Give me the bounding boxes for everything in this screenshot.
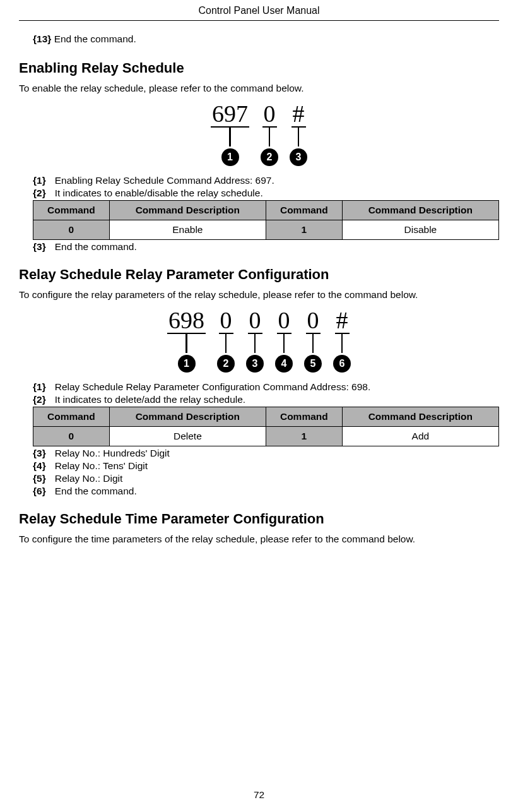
note-13: {13} End the command. — [19, 33, 499, 45]
def-text: Relay Schedule Relay Parameter Configura… — [55, 381, 371, 392]
diagram-number-icon: 1 — [178, 355, 196, 373]
diagram-value: # — [335, 308, 350, 334]
def-text: Relay No.: Tens' Digit — [55, 460, 148, 471]
diagram-stem — [269, 128, 271, 146]
section-intro-relay-parameter-config: To configure the relay parameters of the… — [19, 289, 499, 301]
diagram-number-icon: 5 — [304, 355, 322, 373]
def-line: {3}End the command. — [19, 241, 499, 253]
def-text: It indicates to delete/add the relay sch… — [55, 394, 245, 405]
diagram-stem — [254, 334, 256, 353]
table-header: Command Description — [342, 201, 498, 220]
diagram-stem — [229, 128, 231, 146]
table-cell: 1 — [266, 220, 342, 240]
diagram-value: 0 — [219, 308, 233, 334]
diagram-number-icon: 6 — [333, 355, 351, 373]
table-header: Command Description — [342, 407, 498, 427]
section-heading-relay-parameter-config: Relay Schedule Relay Parameter Configura… — [19, 266, 499, 283]
def-brace: {3} — [33, 448, 46, 458]
def-line: {2}It indicates to enable/disable the re… — [19, 188, 499, 199]
note-13-brace: {13} — [33, 33, 51, 44]
diagram-stem — [341, 334, 343, 353]
table-header: Command — [266, 201, 342, 220]
def-line: {3}Relay No.: Hundreds' Digit — [19, 448, 499, 459]
diagram-stem — [312, 334, 314, 353]
def-line: {5}Relay No.: Digit — [19, 473, 499, 484]
diagram-stem — [283, 334, 285, 353]
table-row: 0 Delete 1 Add — [33, 427, 499, 446]
diagram-value: 0 — [262, 102, 277, 128]
diagram-part: 0 5 — [304, 308, 322, 373]
def-brace: {2} — [33, 394, 46, 405]
command-diagram-697: 697 1 0 2 # 3 — [19, 102, 499, 166]
def-brace: {1} — [33, 175, 46, 186]
diagram-part: # 3 — [290, 102, 307, 166]
table-header: Command — [266, 407, 342, 427]
table-cell: 1 — [266, 427, 342, 446]
def-brace: {1} — [33, 381, 46, 392]
section-intro-time-parameter-config: To configure the time parameters of the … — [19, 534, 499, 545]
table-cell: 0 — [33, 220, 110, 240]
def-brace: {2} — [33, 188, 46, 198]
table-cell: 0 — [33, 427, 110, 446]
diagram-stem — [298, 128, 300, 146]
table-row: Command Command Description Command Comm… — [33, 201, 499, 220]
def-line: {4}Relay No.: Tens' Digit — [19, 460, 499, 472]
diagram-number-icon: 2 — [261, 148, 278, 166]
def-text: Relay No.: Hundreds' Digit — [55, 448, 170, 458]
diagram-value: 698 — [167, 308, 206, 334]
diagram-value: 0 — [277, 308, 291, 334]
diagram-value: 697 — [211, 102, 249, 128]
section-heading-time-parameter-config: Relay Schedule Time Parameter Configurat… — [19, 511, 499, 527]
diagram-part: 697 1 — [211, 102, 249, 166]
diagram-part: 0 3 — [246, 308, 264, 373]
diagram-stem — [185, 334, 187, 353]
diagram-number-icon: 3 — [246, 355, 264, 373]
table-cell: Disable — [342, 220, 498, 240]
diagram-value: # — [291, 102, 306, 128]
header-title: Control Panel User Manual — [19, 0, 499, 21]
def-line: {1}Relay Schedule Relay Parameter Config… — [19, 381, 499, 393]
command-table-delete-add: Command Command Description Command Comm… — [33, 407, 499, 446]
table-row: Command Command Description Command Comm… — [33, 407, 499, 427]
diagram-part: 698 1 — [167, 308, 206, 373]
diagram-value: 0 — [248, 308, 262, 334]
section-intro-enabling-relay-schedule: To enable the relay schedule, please ref… — [19, 83, 499, 94]
table-header: Command — [33, 407, 110, 427]
def-brace: {4} — [33, 460, 46, 471]
def-brace: {5} — [33, 473, 46, 484]
table-row: 0 Enable 1 Disable — [33, 220, 499, 240]
table-cell: Enable — [109, 220, 266, 240]
diagram-stem — [225, 334, 227, 353]
command-diagram-698: 698 1 0 2 0 3 0 4 0 5 # 6 — [19, 308, 499, 373]
def-text: Relay No.: Digit — [55, 473, 123, 484]
table-header: Command Description — [109, 407, 266, 427]
diagram-part: 0 2 — [217, 308, 235, 373]
table-cell: Delete — [109, 427, 266, 446]
diagram-number-icon: 3 — [290, 148, 307, 166]
command-table-enable-disable: Command Command Description Command Comm… — [33, 200, 499, 240]
def-text: It indicates to enable/disable the relay… — [55, 188, 263, 198]
def-brace: {6} — [33, 486, 46, 496]
def-line: {2}It indicates to delete/add the relay … — [19, 394, 499, 405]
page-number: 72 — [0, 789, 518, 801]
def-text: End the command. — [55, 241, 137, 252]
table-header: Command — [33, 201, 110, 220]
def-text: End the command. — [55, 486, 137, 496]
diagram-value: 0 — [306, 308, 321, 334]
def-brace: {3} — [33, 241, 46, 252]
def-text: Enabling Relay Schedule Command Address:… — [55, 175, 274, 186]
diagram-part: # 6 — [333, 308, 351, 373]
diagram-number-icon: 4 — [275, 355, 293, 373]
diagram-part: 0 4 — [275, 308, 293, 373]
diagram-number-icon: 1 — [221, 148, 239, 166]
table-cell: Add — [342, 427, 498, 446]
note-13-text: End the command. — [54, 33, 136, 44]
def-line: {6}End the command. — [19, 486, 499, 497]
diagram-number-icon: 2 — [217, 355, 235, 373]
diagram-part: 0 2 — [261, 102, 278, 166]
table-header: Command Description — [109, 201, 266, 220]
section-heading-enabling-relay-schedule: Enabling Relay Schedule — [19, 60, 499, 76]
def-line: {1}Enabling Relay Schedule Command Addre… — [19, 175, 499, 186]
